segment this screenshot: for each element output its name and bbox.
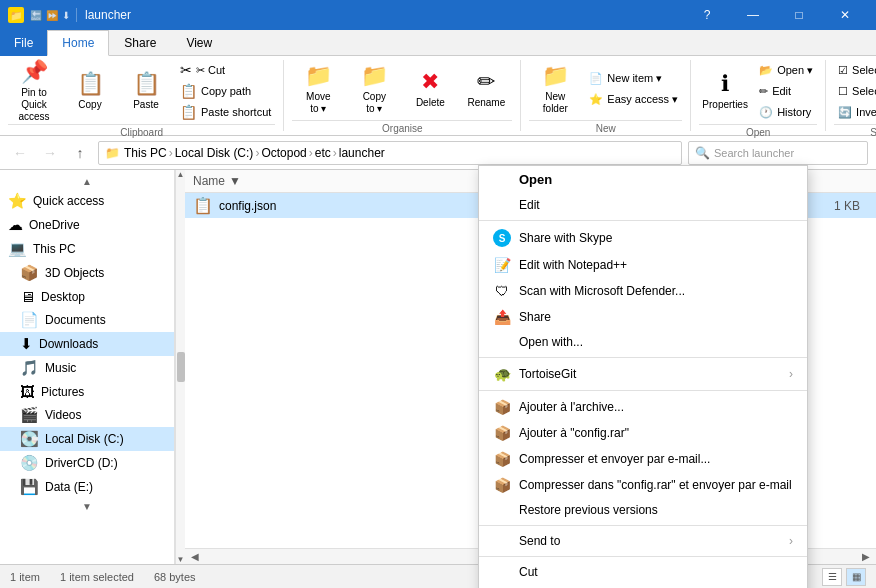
sidebar-label-this-pc: This PC — [33, 242, 76, 256]
breadcrumb-part-5[interactable]: launcher — [339, 146, 385, 160]
ctx-tortoise-arrow: › — [789, 367, 793, 381]
open-btn[interactable]: 📂 Open ▾ — [755, 60, 817, 80]
sidebar-scroll-down[interactable]: ▼ — [0, 499, 174, 514]
ctx-edit[interactable]: Edit — [479, 193, 807, 217]
ctx-restore-versions[interactable]: Restore previous versions — [479, 498, 807, 522]
copy-to-btn[interactable]: 📁 Copyto ▾ — [348, 60, 400, 118]
properties-btn[interactable]: ℹ Properties — [699, 62, 751, 120]
ctx-share[interactable]: 📤 Share — [479, 304, 807, 330]
pin-to-quick-access-btn[interactable]: 📌 Pin to Quickaccess — [8, 62, 60, 120]
sidebar-label-data: Data (E:) — [45, 480, 93, 494]
tab-file[interactable]: File — [0, 30, 47, 56]
ctx-add-archive-label: Ajouter à l'archive... — [519, 400, 793, 414]
list-view-btn[interactable]: ☰ — [822, 568, 842, 586]
select-none-label: Select none — [852, 85, 876, 97]
invert-selection-btn[interactable]: 🔄 Invert selection — [834, 102, 876, 122]
sidebar-scroll-up[interactable]: ▲ — [0, 174, 174, 189]
edit-btn[interactable]: ✏ Edit — [755, 81, 817, 101]
cut-btn[interactable]: ✂ ✂ Cut — [176, 60, 275, 80]
new-item-label: New item ▾ — [607, 72, 662, 85]
sidebar-scrollbar[interactable]: ▲ ▼ — [175, 170, 185, 564]
ribbon-group-clipboard: 📌 Pin to Quickaccess 📋 Copy 📋 Paste ✂ ✂ … — [0, 60, 284, 131]
maximize-btn[interactable]: □ — [776, 0, 822, 30]
ctx-add-rar[interactable]: 📦 Ajouter à "config.rar" — [479, 420, 807, 446]
status-count: 1 item — [10, 571, 40, 583]
downloads-icon: ⬇ — [20, 335, 33, 353]
breadcrumb-part-2[interactable]: Local Disk (C:) — [175, 146, 254, 160]
sidebar-item-this-pc[interactable]: 💻 This PC — [0, 237, 174, 261]
delete-btn[interactable]: ✖ Delete — [404, 60, 456, 118]
ctx-divider-2 — [479, 357, 807, 358]
sidebar-item-onedrive[interactable]: ☁ OneDrive — [0, 213, 174, 237]
ctx-share-label: Share — [519, 310, 793, 324]
scroll-up-arrow[interactable]: ▲ — [177, 170, 185, 179]
sidebar-item-3d-objects[interactable]: 📦 3D Objects — [0, 261, 174, 285]
sidebar-item-downloads[interactable]: ⬇ Downloads — [0, 332, 174, 356]
sidebar-item-local-disk[interactable]: 💽 Local Disk (C:) — [0, 427, 174, 451]
sidebar-item-pictures[interactable]: 🖼 Pictures — [0, 380, 174, 403]
ctx-add-archive[interactable]: 📦 Ajouter à l'archive... — [479, 394, 807, 420]
sidebar-item-documents[interactable]: 📄 Documents — [0, 308, 174, 332]
rename-btn[interactable]: ✏ Rename — [460, 60, 512, 118]
close-btn[interactable]: ✕ — [822, 0, 868, 30]
sidebar-item-desktop[interactable]: 🖥 Desktop — [0, 285, 174, 308]
ctx-open-with[interactable]: Open with... — [479, 330, 807, 354]
back-btn[interactable]: ← — [8, 141, 32, 165]
sidebar-item-music[interactable]: 🎵 Music — [0, 356, 174, 380]
ctx-compress-email[interactable]: 📦 Compresser et envoyer par e-mail... — [479, 446, 807, 472]
ctx-share-skype[interactable]: S Share with Skype — [479, 224, 807, 252]
minimize-btn[interactable]: — — [730, 0, 776, 30]
cut-icon: ✂ — [180, 62, 192, 78]
paste-btn[interactable]: 📋 Paste — [120, 62, 172, 120]
history-btn[interactable]: 🕐 History — [755, 102, 817, 122]
ctx-archive-icon-3: 📦 — [493, 451, 511, 467]
up-btn[interactable]: ↑ — [68, 141, 92, 165]
quick-access-icon: ⭐ — [8, 192, 27, 210]
paste-label: Paste — [133, 99, 159, 111]
scroll-right-arrow[interactable]: ▶ — [856, 551, 876, 562]
new-item-btn[interactable]: 📄 New item ▾ — [585, 69, 682, 89]
properties-icon: ℹ — [721, 71, 729, 97]
select-all-btn[interactable]: ☑ Select all — [834, 60, 876, 80]
details-view-btn[interactable]: ▦ — [846, 568, 866, 586]
drivercd-icon: 💿 — [20, 454, 39, 472]
forward-btn[interactable]: → — [38, 141, 62, 165]
scroll-down-arrow[interactable]: ▼ — [177, 555, 185, 564]
ctx-send-to[interactable]: Send to › — [479, 529, 807, 553]
search-input[interactable]: 🔍 Search launcher — [688, 141, 868, 165]
sidebar-item-quick-access[interactable]: ⭐ Quick access — [0, 189, 174, 213]
move-to-btn[interactable]: 📁 Moveto ▾ — [292, 60, 344, 118]
copy-btn[interactable]: 📋 Copy — [64, 62, 116, 120]
sidebar-label-music: Music — [45, 361, 76, 375]
clipboard-content: 📌 Pin to Quickaccess 📋 Copy 📋 Paste ✂ ✂ … — [8, 60, 275, 122]
help-btn[interactable]: ? — [684, 0, 730, 30]
breadcrumb[interactable]: 📁 This PC › Local Disk (C:) › Octopod › … — [98, 141, 682, 165]
sidebar-item-data[interactable]: 💾 Data (E:) — [0, 475, 174, 499]
ctx-defender[interactable]: 🛡 Scan with Microsoft Defender... — [479, 278, 807, 304]
easy-access-btn[interactable]: ⭐ Easy access ▾ — [585, 90, 682, 110]
tab-share[interactable]: Share — [109, 30, 171, 56]
ctx-copy[interactable]: Copy — [479, 584, 807, 588]
ctx-tortoisegit[interactable]: 🐢 TortoiseGit › — [479, 361, 807, 387]
select-none-btn[interactable]: ☐ Select none — [834, 81, 876, 101]
tab-home[interactable]: Home — [47, 30, 109, 56]
ctx-notepad[interactable]: 📝 Edit with Notepad++ — [479, 252, 807, 278]
ctx-open[interactable]: Open — [479, 166, 807, 193]
breadcrumb-part-4[interactable]: etc — [315, 146, 331, 160]
ctx-cut[interactable]: Cut — [479, 560, 807, 584]
tab-view[interactable]: View — [171, 30, 227, 56]
sidebar-item-drivercd[interactable]: 💿 DriverCD (D:) — [0, 451, 174, 475]
breadcrumb-part-3[interactable]: Octopod — [261, 146, 306, 160]
ctx-compress-rar-email[interactable]: 📦 Compresser dans "config.rar" et envoye… — [479, 472, 807, 498]
sidebar-item-videos[interactable]: 🎬 Videos — [0, 403, 174, 427]
breadcrumb-part-1[interactable]: This PC — [124, 146, 167, 160]
ribbon-group-open: ℹ Properties 📂 Open ▾ ✏ Edit 🕐 History O… — [691, 60, 826, 131]
scroll-thumb[interactable] — [177, 352, 185, 382]
copy-to-label: Copyto ▾ — [363, 91, 386, 115]
new-folder-btn[interactable]: 📁 Newfolder — [529, 60, 581, 118]
paste-shortcut-btn[interactable]: 📋 Paste shortcut — [176, 102, 275, 122]
3d-objects-icon: 📦 — [20, 264, 39, 282]
copy-path-btn[interactable]: 📋 Copy path — [176, 81, 275, 101]
scroll-left-arrow[interactable]: ◀ — [185, 551, 205, 562]
select-label: Select — [834, 124, 876, 140]
